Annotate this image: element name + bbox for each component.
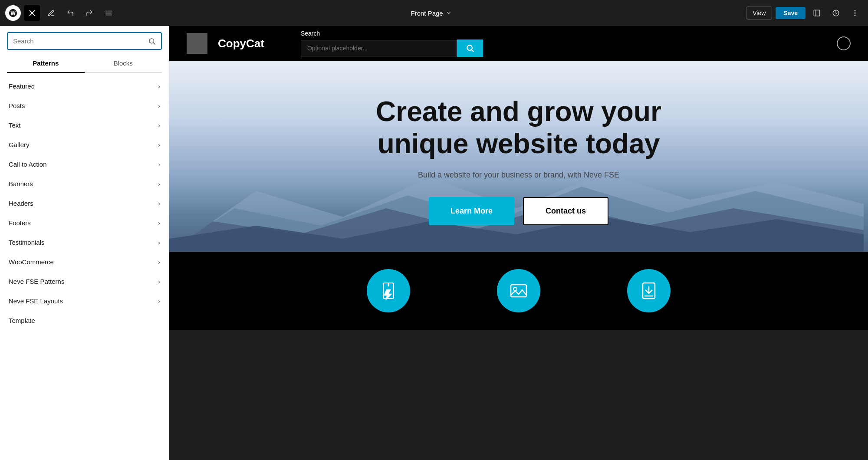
learn-more-button[interactable]: Learn More xyxy=(429,197,514,225)
header-circle-icon xyxy=(837,36,851,50)
sidebar-item-label: WooCommerce xyxy=(9,258,54,266)
sidebar-item-neve-fse-patterns[interactable]: Neve FSE Patterns › xyxy=(0,272,169,291)
search-input[interactable] xyxy=(8,33,143,49)
toolbar-right: View Save xyxy=(746,5,863,21)
footer-section xyxy=(169,252,868,330)
site-header: CopyCat Search xyxy=(169,26,868,61)
footer-icon-lightning xyxy=(367,269,410,312)
hero-buttons: Learn More Contact us xyxy=(345,197,692,225)
chevron-right-icon: › xyxy=(158,122,160,129)
sidebar-item-label: Headers xyxy=(9,200,33,207)
site-logo xyxy=(187,33,207,54)
hero-subtitle: Build a website for your business or bra… xyxy=(345,171,692,180)
sidebar-search-area: Patterns Blocks xyxy=(0,26,169,73)
site-search-area: Search xyxy=(301,30,483,57)
sidebar-item-label: Banners xyxy=(9,180,33,187)
sidebar: Patterns Blocks Featured › Posts › Text … xyxy=(0,26,169,460)
sidebar-item-label: Call to Action xyxy=(9,161,47,168)
toolbar-center: Front Page xyxy=(120,10,743,17)
sidebar-toggle-icon[interactable] xyxy=(809,5,825,21)
sidebar-item-neve-fse-layouts[interactable]: Neve FSE Layouts › xyxy=(0,291,169,311)
toolbar: W Front Page View Save xyxy=(0,0,868,26)
sidebar-item-text[interactable]: Text › xyxy=(0,115,169,135)
svg-line-16 xyxy=(472,50,474,52)
sidebar-tabs: Patterns Blocks xyxy=(7,54,162,73)
chevron-right-icon: › xyxy=(158,220,160,227)
sidebar-item-headers[interactable]: Headers › xyxy=(0,194,169,213)
sidebar-item-label: Footers xyxy=(9,219,31,227)
site-title: CopyCat xyxy=(218,37,264,50)
sidebar-item-label: Featured xyxy=(9,82,35,90)
chevron-right-icon: › xyxy=(158,102,160,109)
svg-point-13 xyxy=(149,39,154,43)
chevron-right-icon: › xyxy=(158,298,160,305)
chevron-right-icon: › xyxy=(158,259,160,266)
save-button[interactable]: Save xyxy=(776,7,806,19)
sidebar-item-call-to-action[interactable]: Call to Action › xyxy=(0,154,169,174)
sidebar-item-label: Neve FSE Patterns xyxy=(9,278,64,285)
redo-icon[interactable] xyxy=(82,5,97,21)
chevron-right-icon: › xyxy=(158,200,160,207)
svg-point-10 xyxy=(855,10,855,11)
chevron-right-icon: › xyxy=(158,161,160,168)
footer-icon-image xyxy=(497,269,540,312)
sidebar-item-label: Testimonials xyxy=(9,239,45,246)
svg-point-11 xyxy=(855,13,855,13)
svg-point-12 xyxy=(855,15,855,16)
hero-section: Create and grow your unique website toda… xyxy=(169,61,868,252)
svg-text:W: W xyxy=(10,10,16,16)
chevron-right-icon: › xyxy=(158,278,160,285)
sidebar-item-template[interactable]: Template xyxy=(0,311,169,330)
site-search-row xyxy=(301,39,483,57)
svg-marker-23 xyxy=(385,290,391,299)
chevron-right-icon: › xyxy=(158,181,160,187)
chevron-right-icon: › xyxy=(158,141,160,148)
pen-icon[interactable] xyxy=(43,5,59,21)
chevron-right-icon: › xyxy=(158,83,160,90)
search-submit-button[interactable] xyxy=(143,34,161,49)
list-view-icon[interactable] xyxy=(101,5,116,21)
undo-icon[interactable] xyxy=(62,5,78,21)
sidebar-item-label: Template xyxy=(9,317,35,324)
sidebar-item-gallery[interactable]: Gallery › xyxy=(0,135,169,154)
hero-title: Create and grow your unique website toda… xyxy=(345,96,692,160)
footer-icon-download xyxy=(627,269,671,312)
preview-wrapper: CopyCat Search xyxy=(169,26,868,330)
content-area: CopyCat Search xyxy=(169,26,868,460)
sidebar-item-label: Neve FSE Layouts xyxy=(9,297,63,305)
sidebar-item-woocommerce[interactable]: WooCommerce › xyxy=(0,252,169,272)
site-search-label: Search xyxy=(301,30,483,37)
svg-point-15 xyxy=(467,45,472,50)
svg-line-14 xyxy=(153,43,155,44)
main-layout: Patterns Blocks Featured › Posts › Text … xyxy=(0,26,868,460)
svg-rect-7 xyxy=(814,10,820,16)
view-button[interactable]: View xyxy=(746,7,772,20)
sidebar-item-posts[interactable]: Posts › xyxy=(0,96,169,115)
wp-logo[interactable]: W xyxy=(5,5,21,21)
sidebar-item-footers[interactable]: Footers › xyxy=(0,213,169,233)
svg-rect-24 xyxy=(511,285,526,297)
sidebar-item-banners[interactable]: Banners › xyxy=(0,174,169,194)
hero-content: Create and grow your unique website toda… xyxy=(345,96,692,251)
sidebar-item-label: Posts xyxy=(9,102,25,109)
sidebar-item-label: Gallery xyxy=(9,141,30,148)
sidebar-search-box xyxy=(7,32,162,50)
site-search-submit-button[interactable] xyxy=(457,39,483,57)
site-search-input[interactable] xyxy=(301,40,457,56)
sidebar-item-featured[interactable]: Featured › xyxy=(0,76,169,96)
sidebar-item-testimonials[interactable]: Testimonials › xyxy=(0,233,169,252)
contact-us-button[interactable]: Contact us xyxy=(523,197,608,225)
sidebar-list: Featured › Posts › Text › Gallery › Call… xyxy=(0,73,169,460)
close-button[interactable] xyxy=(24,5,40,21)
chevron-right-icon: › xyxy=(158,239,160,246)
sidebar-item-label: Text xyxy=(9,122,21,129)
tab-patterns[interactable]: Patterns xyxy=(7,54,85,73)
more-options-icon[interactable] xyxy=(847,5,863,21)
tab-blocks[interactable]: Blocks xyxy=(85,54,162,72)
page-title-text: Front Page xyxy=(411,10,443,17)
page-title-button[interactable]: Front Page xyxy=(411,10,451,17)
appearance-icon[interactable] xyxy=(828,5,844,21)
